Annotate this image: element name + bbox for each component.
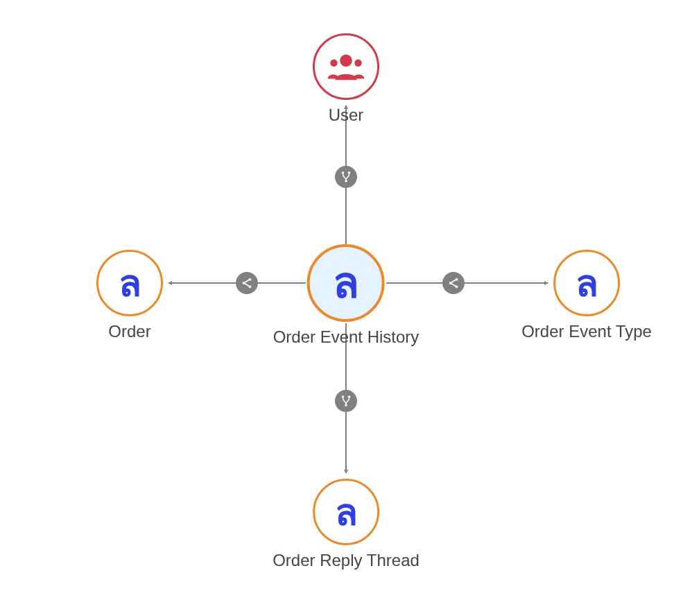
node-order-event-type[interactable]: ล Order Event Type <box>521 250 652 341</box>
svg-point-18 <box>354 60 362 67</box>
svg-point-17 <box>330 60 338 67</box>
entity-glyph-icon: ล <box>333 262 359 305</box>
edge-badge-share-icon <box>442 272 465 294</box>
share-icon <box>447 277 460 289</box>
node-order-event-type-label: Order Event Type <box>521 322 652 341</box>
branch-icon <box>340 171 352 183</box>
svg-point-16 <box>340 55 352 67</box>
svg-point-14 <box>348 395 351 398</box>
svg-point-2 <box>345 180 347 182</box>
edge-badge-branch-icon <box>335 390 357 412</box>
node-order-event-history[interactable]: ล Order Event History <box>273 244 419 347</box>
diagram-canvas: { "diagram": { "nodes": { "center": { "l… <box>0 0 692 616</box>
branch-icon <box>340 395 352 407</box>
node-order-label: Order <box>96 322 163 341</box>
svg-point-15 <box>345 404 347 407</box>
node-user[interactable]: User <box>313 33 379 125</box>
node-order-reply-thread[interactable]: ล Order Reply Thread <box>273 479 419 570</box>
node-order[interactable]: ล Order <box>96 250 163 341</box>
svg-line-12 <box>451 284 456 286</box>
svg-point-13 <box>342 395 345 398</box>
edge-badge-branch-icon <box>335 166 357 188</box>
edge-badge-share-icon <box>236 272 258 294</box>
node-user-label: User <box>313 105 379 125</box>
svg-line-7 <box>245 284 249 286</box>
entity-glyph-icon: ล <box>335 493 358 531</box>
entity-glyph-icon: ล <box>576 264 598 302</box>
svg-line-6 <box>245 280 249 283</box>
entity-glyph-icon: ล <box>119 264 141 302</box>
users-icon <box>327 51 365 82</box>
node-order-event-history-label: Order Event History <box>273 327 419 347</box>
node-order-reply-thread-label: Order Reply Thread <box>273 551 419 570</box>
svg-point-1 <box>348 171 351 174</box>
svg-line-11 <box>451 280 456 283</box>
svg-point-0 <box>342 171 345 174</box>
share-icon <box>241 277 253 289</box>
